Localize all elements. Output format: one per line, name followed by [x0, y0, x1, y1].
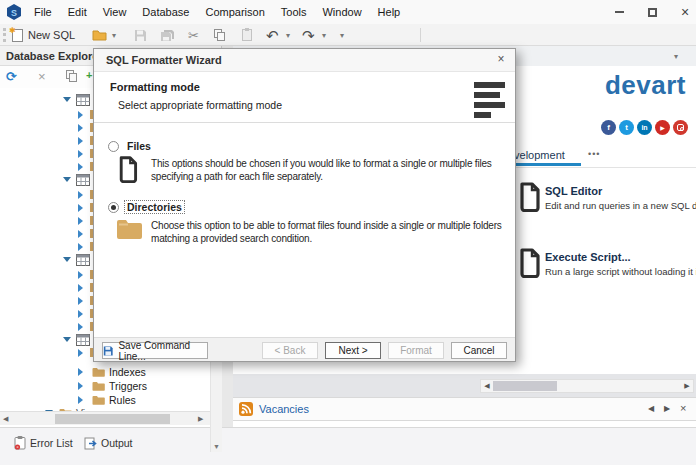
scrollbar-thumb[interactable]	[493, 381, 557, 391]
scroll-left-icon[interactable]: ◀	[3, 415, 8, 423]
close-icon: ×	[681, 4, 689, 20]
directories-radio[interactable]	[108, 202, 119, 213]
tabs-more-button[interactable]: •••	[588, 149, 600, 159]
scroll-left-icon[interactable]: ◀	[481, 382, 493, 390]
cut-icon: ✂	[188, 29, 199, 42]
save-button[interactable]	[134, 26, 147, 44]
menu-item-tools[interactable]: Tools	[273, 0, 315, 24]
copy-button[interactable]	[214, 26, 226, 44]
dialog-close-button[interactable]: ×	[492, 52, 510, 69]
dialog-title-bar[interactable]: SQL Formatter Wizard ×	[94, 49, 515, 72]
sql-formatter-wizard-dialog: SQL Formatter Wizard × Formatting mode S…	[93, 48, 516, 362]
scroll-right-icon[interactable]: ▶	[198, 415, 203, 423]
menu-item-edit[interactable]: Edit	[60, 0, 95, 24]
undo-button[interactable]: ↶	[266, 26, 279, 44]
error-list-tab[interactable]: Error List	[14, 434, 73, 452]
dialog-subheading: Select appropriate formatting mode	[118, 99, 282, 111]
cut-button[interactable]: ✂	[188, 26, 199, 44]
facebook-icon[interactable]: f	[601, 120, 616, 135]
linkedin-icon[interactable]: in	[637, 120, 652, 135]
save-command-line-button[interactable]: Save Command Line...	[102, 342, 208, 359]
camera-glyph	[677, 124, 684, 131]
feed-close-button[interactable]: ×	[680, 402, 686, 414]
sql-editor-title[interactable]: SQL Editor	[545, 185, 602, 197]
feed-prev-button[interactable]: ◀	[648, 404, 654, 413]
instagram-icon[interactable]	[673, 120, 688, 135]
open-file-dropdown[interactable]: ▾	[112, 26, 116, 44]
title-bar: S File Edit View Database Comparison Too…	[0, 0, 696, 24]
twitter-icon[interactable]: t	[619, 120, 634, 135]
save-all-button[interactable]	[160, 26, 175, 44]
files-option-description: This options should be chosen if you wou…	[151, 157, 519, 183]
paste-button[interactable]	[242, 26, 252, 44]
redo-button[interactable]: ↷	[302, 26, 315, 44]
window-close-button[interactable]: ×	[672, 0, 696, 24]
directories-radio-label[interactable]: Directories	[125, 201, 184, 213]
format-lines-icon	[474, 82, 505, 122]
disconnect-button[interactable]: ×	[38, 69, 46, 84]
devart-logo: devart	[605, 70, 686, 101]
app-window: S File Edit View Database Comparison Too…	[0, 0, 696, 465]
window-maximize-button[interactable]	[639, 0, 665, 24]
feed-next-button[interactable]: ▶	[664, 404, 670, 413]
window-minimize-button[interactable]	[606, 0, 632, 24]
output-icon	[84, 437, 97, 450]
scrollbar-thumb[interactable]	[55, 414, 170, 424]
redo-dropdown[interactable]: ▾	[322, 26, 326, 44]
execute-script-icon	[517, 248, 541, 278]
save-icon	[103, 345, 113, 357]
close-icon: ×	[38, 69, 46, 84]
more-icon: •••	[588, 149, 600, 159]
tree-row-rules[interactable]: Rules	[0, 394, 210, 406]
scroll-down-icon[interactable]: ▼	[213, 443, 220, 450]
youtube-icon[interactable]: ▶	[655, 120, 670, 135]
copy-icon	[214, 29, 226, 42]
files-radio-label[interactable]: Files	[127, 140, 151, 152]
explorer-hscrollbar[interactable]: ◀ ▶	[0, 411, 210, 425]
sql-editor-description: Edit and run queries in a new SQL docume…	[545, 200, 696, 211]
scroll-right-icon[interactable]: ▶	[681, 382, 693, 390]
open-file-button[interactable]	[92, 26, 107, 44]
folder-icon	[92, 381, 105, 391]
refresh-icon: ⟳	[6, 69, 17, 84]
redo-icon: ↷	[302, 28, 315, 43]
tab-list-dropdown[interactable]: ▾	[674, 52, 678, 61]
files-radio[interactable]	[108, 141, 119, 152]
tree-row-triggers[interactable]: Triggers	[0, 380, 210, 392]
cancel-button[interactable]: Cancel	[451, 342, 507, 359]
close-icon: ×	[497, 52, 504, 66]
menu-bar: File Edit View Database Comparison Tools…	[26, 0, 408, 24]
menu-item-view[interactable]: View	[95, 0, 135, 24]
rss-icon	[239, 402, 253, 416]
format-button: Format	[388, 342, 444, 359]
vacancies-bar: Vacancies ◀ ▶ ×	[233, 397, 696, 421]
menu-item-database[interactable]: Database	[134, 0, 197, 24]
maximize-icon	[648, 8, 657, 17]
undo-icon: ↶	[266, 28, 279, 43]
bottom-panel-bar: Error List Output	[0, 427, 696, 465]
directories-option-description: Choose this option to be able to format …	[151, 219, 519, 245]
new-sql-button[interactable]: ✱ New SQL	[12, 26, 75, 44]
output-tab[interactable]: Output	[84, 434, 133, 452]
toolbar-grip[interactable]	[3, 28, 6, 42]
dialog-title: SQL Formatter Wizard	[106, 54, 222, 66]
vacancies-tab[interactable]: Vacancies	[259, 403, 309, 415]
execute-script-title[interactable]: Execute Script...	[545, 251, 631, 263]
svg-text:S: S	[11, 8, 17, 18]
next-button[interactable]: Next >	[325, 342, 381, 359]
folder-icon	[92, 367, 105, 377]
refresh-button[interactable]: ⟳	[6, 69, 17, 84]
undo-dropdown[interactable]: ▾	[286, 26, 290, 44]
open-folder-icon	[92, 29, 107, 41]
menu-item-window[interactable]: Window	[314, 0, 369, 24]
execute-script-description: Run a large script without loading it in…	[545, 266, 696, 277]
menu-item-file[interactable]: File	[26, 0, 60, 24]
new-connection-button[interactable]: +	[86, 69, 92, 81]
menu-item-help[interactable]: Help	[370, 0, 409, 24]
dialog-heading: Formatting mode	[110, 81, 200, 93]
tree-row-indexes[interactable]: Indexes	[0, 366, 210, 378]
back-button: < Back	[262, 342, 318, 359]
toolbar-overflow-dropdown[interactable]: ▾	[340, 26, 344, 44]
menu-item-comparison[interactable]: Comparison	[197, 0, 272, 24]
start-page-hscrollbar[interactable]: ◀ ▶	[480, 379, 694, 393]
